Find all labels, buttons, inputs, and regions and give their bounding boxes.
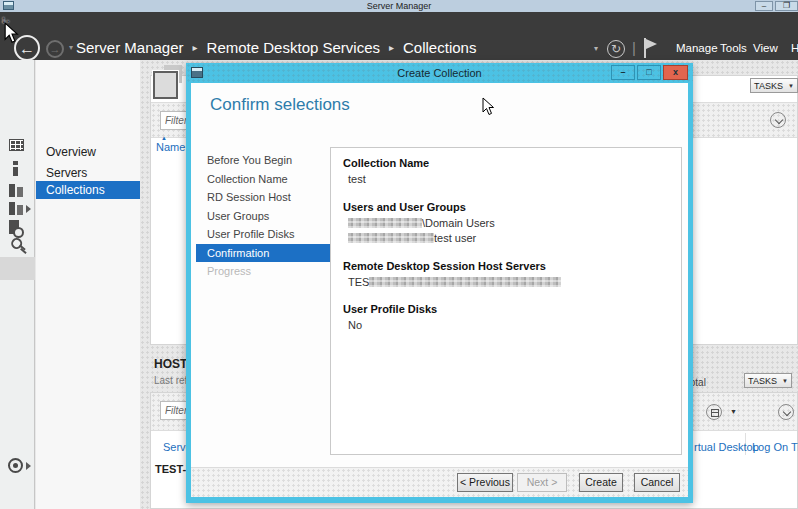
cancel-button[interactable]: Cancel — [634, 473, 680, 492]
collection-tile-icon — [153, 65, 185, 97]
summary-value-user: test user — [343, 231, 669, 247]
forward-icon[interactable]: → — [46, 40, 64, 58]
remote-desktop-services-icon — [8, 458, 23, 473]
menu-manage[interactable]: Manage — [676, 42, 718, 54]
redacted-domain-text — [348, 233, 434, 243]
next-button[interactable]: Next > — [517, 473, 567, 492]
notifications-dropdown-icon[interactable]: ▾ — [594, 44, 598, 53]
breadcrumb-server-manager[interactable]: Server Manager — [76, 39, 184, 56]
dashboard-icon[interactable] — [9, 139, 24, 151]
wizard-step-collection-name[interactable]: Collection Name — [196, 170, 333, 189]
back-icon[interactable]: ← — [14, 35, 40, 61]
wizard-step-progress: Progress — [196, 262, 333, 281]
remote-desktop-services-strip-item[interactable] — [0, 257, 35, 280]
summary-section-rdsh-servers: Remote Desktop Session Host Servers TES — [343, 260, 669, 291]
summary-section-collection-name: Collection Name test — [343, 157, 669, 188]
dialog-minimize-button[interactable]: – — [611, 65, 635, 80]
dialog-body: Confirm selections Before You Begin Coll… — [191, 83, 688, 467]
dialog-maximize-button[interactable]: □ — [637, 65, 661, 80]
breadcrumb-collections[interactable]: Collections — [403, 39, 476, 56]
breadcrumb-separator-icon: ▸ — [193, 42, 198, 53]
saved-filter-icon[interactable] — [706, 404, 722, 420]
wizard-step-before-you-begin[interactable]: Before You Begin — [196, 151, 333, 170]
menu-view[interactable]: View — [753, 42, 778, 54]
window-title: Server Manager — [0, 0, 798, 12]
expand-arrow-icon[interactable] — [26, 205, 31, 213]
notifications-flag-icon[interactable] — [644, 38, 658, 58]
tasks-label: TASKS — [754, 81, 783, 91]
breadcrumb: Server Manager ▸ Remote Desktop Services… — [76, 39, 476, 56]
column-header-virtual-desktop[interactable]: rtual Desktop — [694, 441, 759, 453]
summary-value-user-group: \Domain Users — [343, 216, 669, 232]
wizard-step-rd-session-host[interactable]: RD Session Host — [196, 188, 333, 207]
menu-help[interactable]: Help — [791, 42, 798, 54]
confirmation-summary-box: Collection Name test Users and User Grou… — [330, 147, 682, 455]
host-servers-tasks-button[interactable]: TASKS ▼ — [744, 373, 792, 388]
file-storage-services-icon[interactable] — [9, 202, 25, 216]
breadcrumb-separator-icon: ▸ — [389, 42, 394, 53]
summary-value-server: TES — [343, 275, 669, 291]
toolbar-divider: | — [632, 39, 636, 56]
summary-label: Remote Desktop Session Host Servers — [343, 260, 669, 272]
dialog-titlebar[interactable]: Create Collection – □ x — [186, 63, 693, 83]
all-servers-icon[interactable] — [9, 184, 25, 198]
role-icon-strip — [0, 60, 35, 509]
caret-down-icon: ▼ — [782, 378, 788, 384]
navigation-bar: ← → ▾ Server Manager ▸ Remote Desktop Se… — [0, 12, 798, 60]
dialog-footer: < Previous Next > Create Cancel — [191, 467, 688, 497]
chevron-down-icon[interactable] — [770, 112, 786, 128]
sidebar-item-overview[interactable]: Overview — [36, 143, 140, 161]
summary-section-users: Users and User Groups \Domain Users test… — [343, 201, 669, 247]
wizard-steps-list: Before You Begin Collection Name RD Sess… — [196, 151, 333, 281]
collections-tasks-button[interactable]: TASKS ▼ — [750, 78, 798, 93]
wizard-step-user-profile-disks[interactable]: User Profile Disks — [196, 225, 333, 244]
wizard-step-confirmation[interactable]: Confirmation — [196, 244, 333, 263]
wizard-step-user-groups[interactable]: User Groups — [196, 207, 333, 226]
redacted-server-text — [369, 277, 561, 287]
refresh-icon[interactable]: ↻ — [607, 40, 625, 58]
menu-tools[interactable]: Tools — [720, 42, 747, 54]
previous-button[interactable]: < Previous — [457, 473, 513, 492]
expand-arrow-icon — [26, 462, 31, 470]
create-collection-dialog: Create Collection – □ x Confirm selectio… — [186, 63, 693, 503]
summary-label: Users and User Groups — [343, 201, 669, 213]
history-dropdown-icon[interactable]: ▾ — [69, 43, 73, 52]
caret-down-icon[interactable]: ▼ — [730, 408, 737, 415]
dialog-page-heading: Confirm selections — [210, 95, 350, 115]
summary-section-user-profile-disks: User Profile Disks No — [343, 303, 669, 334]
summary-label: User Profile Disks — [343, 303, 669, 315]
summary-label: Collection Name — [343, 157, 669, 169]
redacted-domain-text — [348, 218, 422, 228]
dialog-close-button[interactable]: x — [663, 65, 688, 80]
caret-down-icon: ▼ — [788, 83, 794, 89]
rds-side-menu: Overview Servers Collections — [36, 60, 140, 509]
remote-access-key-icon[interactable] — [6, 236, 29, 259]
create-button[interactable]: Create — [579, 473, 623, 492]
summary-value: test — [343, 172, 669, 188]
window-titlebar: Server Manager – ❐ — [0, 0, 798, 12]
local-server-icon[interactable] — [13, 161, 18, 176]
summary-value: No — [343, 318, 669, 334]
column-header-log-on-time[interactable]: Log On Time — [752, 441, 798, 453]
window-minimize-button[interactable]: – — [755, 1, 773, 11]
sidebar-item-collections[interactable]: Collections — [36, 181, 140, 199]
window-maximize-button[interactable]: ❐ — [775, 1, 798, 11]
role-page-icon[interactable] — [9, 220, 19, 234]
sidebar-item-servers[interactable]: Servers — [36, 164, 140, 182]
column-header-name[interactable]: Name — [156, 141, 185, 153]
breadcrumb-remote-desktop-services[interactable]: Remote Desktop Services — [207, 39, 380, 56]
chevron-down-icon[interactable] — [778, 404, 794, 420]
tasks-label: TASKS — [748, 376, 777, 386]
